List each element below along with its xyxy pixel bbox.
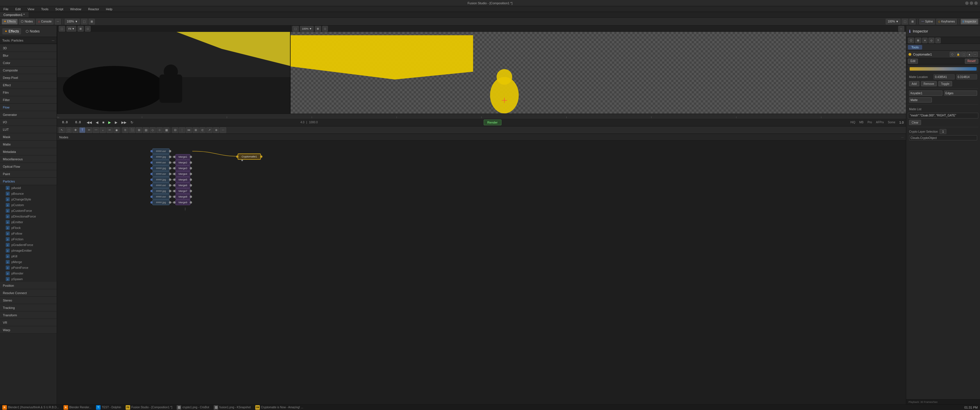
viewer-right-btn3[interactable]: □ xyxy=(322,26,328,32)
category-paint[interactable]: Paint xyxy=(0,170,57,178)
tools-more[interactable]: ··· xyxy=(52,39,54,42)
node-loader1-dot-right[interactable] xyxy=(169,150,171,153)
tool-route[interactable]: ↗ xyxy=(206,127,213,133)
tool-zoom-fit[interactable]: ⊕ xyxy=(213,127,220,133)
tool-warp[interactable]: ⊹ xyxy=(156,127,163,133)
node-l4-right[interactable] xyxy=(169,167,171,169)
next-keyframe-btn[interactable]: ▶▶ xyxy=(120,120,127,125)
node-m9-out[interactable] xyxy=(190,201,192,203)
tool-mask[interactable]: ▤ xyxy=(143,127,149,133)
viewer-left-btn3[interactable]: □ xyxy=(85,26,90,32)
tool-paste[interactable]: ⬛ xyxy=(129,127,135,133)
tool-grid[interactable]: ⊞ xyxy=(192,127,199,133)
viewer-right-btn2[interactable]: ⊞ xyxy=(315,26,321,32)
viewer-right[interactable]: ⬚ 100% ▼ ⊞ □ Cryptomatte1 ··· xyxy=(291,25,906,114)
tool-more2[interactable]: ··· xyxy=(220,127,226,133)
layer-dropdown[interactable]: Keyable1 xyxy=(909,91,942,96)
node-l7-right[interactable] xyxy=(169,184,171,186)
category-film[interactable]: Film xyxy=(0,89,57,96)
matte-location-y[interactable]: 0.314814 xyxy=(956,74,977,79)
add-btn[interactable]: Add xyxy=(909,81,919,86)
inspector-tools-tab[interactable]: Tools xyxy=(908,45,922,49)
tool-align[interactable]: ⊟ xyxy=(172,127,178,133)
viewer-right-btn4[interactable]: ··· xyxy=(898,26,905,32)
console-btn[interactable]: ⚠ Console xyxy=(36,19,54,24)
prev-frame-btn[interactable]: ◀ xyxy=(95,120,99,125)
inspector-tb-icon4[interactable]: ▲ xyxy=(967,52,972,57)
node-l6-right[interactable] xyxy=(169,178,171,181)
edges-dropdown[interactable]: Edges xyxy=(944,91,977,96)
node-crypto1-in[interactable] xyxy=(236,156,239,158)
edit-btn[interactable]: Edit xyxy=(908,59,918,64)
menu-reactor[interactable]: Reactor xyxy=(87,7,100,11)
node-m2-in[interactable] xyxy=(173,161,175,164)
inspector-tb-icon2[interactable]: 🔒 xyxy=(956,52,961,57)
tool-pfollow[interactable]: p pFollow xyxy=(0,230,57,236)
category-matte[interactable]: Matte xyxy=(0,141,57,148)
tool-erase[interactable]: ⬦ xyxy=(100,127,106,133)
tool-merge[interactable]: ⊞ xyxy=(136,127,142,133)
menu-help[interactable]: Help xyxy=(105,7,114,11)
effects-btn[interactable]: ✦ Effects xyxy=(2,19,18,24)
view-btn3[interactable]: ⬚ xyxy=(902,19,908,24)
viewer-btn2[interactable]: ⊞ xyxy=(89,19,95,24)
more-btn[interactable]: ··· xyxy=(55,19,61,24)
tool-link[interactable]: ⊏ xyxy=(199,127,206,133)
viewer-left-zoom[interactable]: Fit ▼ xyxy=(66,26,76,32)
toggle-btn[interactable]: Toggle xyxy=(939,81,952,86)
node-merge1-out[interactable] xyxy=(190,156,192,158)
loop-btn[interactable]: ↻ xyxy=(129,120,134,125)
tool-active1[interactable]: T xyxy=(79,127,86,133)
viewer-right-btn1[interactable]: ⬚ xyxy=(292,26,299,32)
viewer-left[interactable]: ⬚ Fit ▼ ⊞ □ xyxy=(57,25,291,114)
category-filter[interactable]: Filter xyxy=(0,96,57,103)
node-crypto1-bottom[interactable] xyxy=(241,159,243,161)
status-cryptomatte[interactable]: CM Cryptomatte is Now - Amazing! ... xyxy=(255,405,303,410)
category-stereo[interactable]: Stereo xyxy=(0,297,57,304)
inspector-tb-icon5[interactable]: ··· xyxy=(973,52,978,57)
tool-key[interactable]: ◇ xyxy=(150,127,156,133)
node-m9-in[interactable] xyxy=(173,201,175,203)
viewer-btn1[interactable]: ⬚ xyxy=(81,19,88,24)
viewer-left-btn2[interactable]: ⊞ xyxy=(78,26,84,32)
category-3d[interactable]: 3D xyxy=(0,44,57,52)
status-blender[interactable]: B Blender1 [/home/us/thinA.& S U.R.B.D..… xyxy=(2,405,59,410)
tab-composition1[interactable]: Composition1 * xyxy=(0,12,29,17)
crypto-object-input[interactable]: Clouds.CryptoObject xyxy=(909,135,977,140)
minimize-btn[interactable] xyxy=(965,2,969,5)
matte-list-value[interactable]: "mesh":"Cloak.000", "RIGHT_GATE" xyxy=(908,113,978,118)
node-m6-in[interactable] xyxy=(173,184,175,186)
reset-btn[interactable]: Reset! xyxy=(965,59,978,64)
tool-pemitter[interactable]: p pEmitter xyxy=(0,219,57,225)
category-metadata[interactable]: Metadata xyxy=(0,148,57,156)
category-particles[interactable]: Particles xyxy=(0,178,57,185)
tool-pkill[interactable]: p pKill xyxy=(0,253,57,259)
status-fusion[interactable]: FS Fusion Studio - [Composition1 *] xyxy=(126,405,172,410)
category-position[interactable]: Position xyxy=(0,282,57,289)
prev-keyframe-btn[interactable]: ◀◀ xyxy=(86,120,93,125)
inspector-tb-4[interactable]: ◇ xyxy=(928,38,934,43)
nodes-btn[interactable]: ⬡ Nodes xyxy=(19,19,35,24)
close-btn[interactable] xyxy=(974,2,978,5)
node-l9-right[interactable] xyxy=(169,195,171,198)
tool-pgradientforce[interactable]: p pGradientForce xyxy=(0,242,57,248)
inspector-tb-3[interactable]: ≡ xyxy=(922,38,928,43)
menu-tools[interactable]: Tools xyxy=(40,7,49,11)
tool-select[interactable]: ⬚ xyxy=(65,127,72,133)
tool-pmerge[interactable]: p pMerge xyxy=(0,259,57,265)
node-m8-in[interactable] xyxy=(173,195,175,198)
status-crypto-png[interactable]: 🖼 crypto1.png - CrisBot xyxy=(177,405,209,410)
matte-location-x[interactable]: 0.438541 xyxy=(934,74,955,79)
node-m5-in[interactable] xyxy=(173,178,175,181)
tool-dist[interactable]: ⋮ xyxy=(179,127,185,133)
tool-fill[interactable]: ◉ xyxy=(113,127,120,133)
category-generator[interactable]: Generator xyxy=(0,111,57,118)
node-m1-in[interactable] xyxy=(173,156,175,158)
tool-pspawn[interactable]: p pSpawn xyxy=(0,276,57,282)
category-deeppixel[interactable]: Deep Pixel xyxy=(0,74,57,81)
tool-color[interactable]: ▦ xyxy=(163,127,170,133)
category-transform[interactable]: Transform xyxy=(0,311,57,319)
nodes-canvas[interactable]: ####.exr ####.jpg Merge1 Cryptomatte xyxy=(57,141,906,404)
node-m2-out[interactable] xyxy=(190,161,192,164)
node-m3-in[interactable] xyxy=(173,167,175,169)
